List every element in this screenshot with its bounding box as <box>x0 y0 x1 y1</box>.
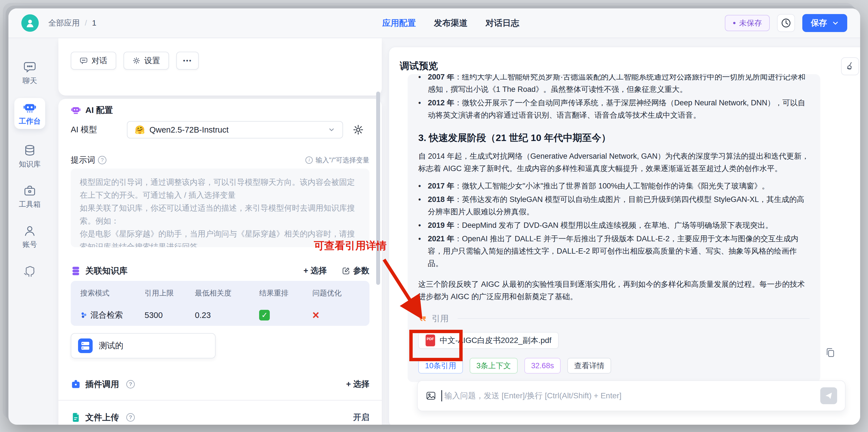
chat-button[interactable]: 对话 <box>71 52 116 70</box>
dataset-title: 关联知识库 <box>85 265 127 277</box>
sidebar-item-label: 知识库 <box>19 159 41 169</box>
top-actions: • 未保存 保存 <box>725 14 847 32</box>
github-link[interactable] <box>23 265 36 278</box>
citation-divider <box>458 318 810 319</box>
history-button[interactable] <box>777 14 795 32</box>
box-icon <box>23 184 36 197</box>
chat-bullet: •2021 年：OpenAI 推出了 DALL-E 并于一年后推出了升级版本 D… <box>418 233 810 270</box>
send-button[interactable] <box>820 387 837 404</box>
badge-green[interactable]: 3条上下文 <box>470 358 518 374</box>
robot-icon <box>23 101 36 114</box>
model-row: AI 模型 🤗 Qwen2.5-72B-Instruct <box>71 121 369 139</box>
prompt-hint-text: 输入"/"可选择变量 <box>315 155 369 165</box>
chat-bullet: •2017 年：微软人工智能少女"小冰"推出了世界首部 100%由人工智能创作的… <box>418 180 810 192</box>
tab-对话日志[interactable]: 对话日志 <box>486 18 519 29</box>
chat-input-placeholder: 输入问题，发送 [Enter]/换行 [Ctrl(Alt/Shift) + En… <box>444 391 622 401</box>
bullet-marker: • <box>418 180 428 192</box>
file-upload-title: 文件上传 <box>85 412 119 423</box>
info-icon: i <box>305 156 313 164</box>
dataset-blue-icon <box>78 339 93 353</box>
prompt-hint: i 输入"/"可选择变量 <box>305 155 369 165</box>
chat-paragraph: 自 2014 年起，生成式对抗网络（Generative Adversarial… <box>418 150 810 175</box>
chat-bullet: •2019 年：DeepMind 发布了 DVD-GAN 模型用以生成连续视频，… <box>418 219 810 231</box>
dataset-column-header: 结果重排 <box>259 288 312 298</box>
dataset-params-label: 参数 <box>353 265 369 277</box>
assistant-message: •2007 年：纽约大学人工智能研究员罗斯·古德温装配的人工智能系统通过对公路旅… <box>408 74 820 382</box>
app-screenshot: 全部应用 / 1 应用配置发布渠道对话日志 • 未保存 保存 <box>0 0 868 432</box>
gear-icon <box>132 57 141 65</box>
breadcrumb-separator: / <box>85 19 87 28</box>
bullet-text: 2007 年：纽约大学人工智能研究员罗斯·古德温装配的人工智能系统通过对公路旅行… <box>428 74 810 95</box>
dataset-header: 关联知识库 + 选择 参数 <box>71 265 369 277</box>
settings-button-label: 设置 <box>144 55 160 66</box>
plugin-title: 插件调用 <box>85 379 119 390</box>
breadcrumb-current: 1 <box>92 19 97 28</box>
chat-bullet-list: •2017 年：微软人工智能少女"小冰"推出了世界首部 100%由人工智能创作的… <box>418 180 810 270</box>
annotation-text: 可查看引用详情 <box>314 239 386 253</box>
save-button[interactable]: 保存 <box>802 14 847 32</box>
chat-bullet: •2018 年：英伟达发布的 StyleGAN 模型可以自动生成图片，目前已升级… <box>418 193 810 218</box>
text-caret <box>441 390 442 401</box>
save-label: 保存 <box>811 18 827 29</box>
section-divider <box>58 400 382 401</box>
model-settings-button[interactable] <box>352 124 364 135</box>
chat-heading: 3. 快速发展阶段（21 世纪 10 年代中期至今） <box>418 131 810 144</box>
cross-icon: × <box>312 309 319 321</box>
tab-应用配置[interactable]: 应用配置 <box>382 18 416 29</box>
unsaved-badge: • 未保存 <box>725 15 770 31</box>
image-upload-icon[interactable] <box>426 391 436 401</box>
copy-button[interactable] <box>825 347 836 358</box>
ai-config-title: AI 配置 <box>85 105 113 116</box>
top-tabs: 应用配置发布渠道对话日志 <box>382 18 519 29</box>
breadcrumb-root[interactable]: 全部应用 <box>48 18 80 28</box>
help-icon[interactable]: ? <box>126 413 135 422</box>
badge-gray[interactable]: 查看详情 <box>567 358 611 374</box>
edit-icon <box>342 266 350 275</box>
help-icon[interactable]: ? <box>98 156 106 164</box>
quote-limit-cell: 5300 <box>145 309 195 321</box>
plugin-select-button[interactable]: + 选择 <box>346 379 369 390</box>
bullet-text: 2012 年：微软公开展示了一个全自动同声传译系统，基于深层神经网络（Deep … <box>428 97 810 121</box>
bullet-marker: • <box>418 74 428 95</box>
chat-bullet: •2012 年：微软公开展示了一个全自动同声传译系统，基于深层神经网络（Deep… <box>418 97 810 121</box>
more-button[interactable]: ••• <box>176 52 199 70</box>
model-select[interactable]: 🤗 Qwen2.5-72B-Instruct <box>127 121 343 139</box>
tab-发布渠道[interactable]: 发布渠道 <box>434 18 468 29</box>
file-upload-header: 文件上传 ? 开启 <box>71 411 369 424</box>
file-upload-status[interactable]: 开启 <box>353 412 369 423</box>
sidebar-item-chat[interactable]: 聊天 <box>23 61 37 86</box>
dataset-params-button[interactable]: 参数 <box>342 265 369 277</box>
help-icon[interactable]: ? <box>126 380 135 388</box>
prompt-textarea[interactable]: 模型固定的引导词，通过调整该内容，可以引导模型聊天方向。该内容会被固定在上下文的… <box>71 169 369 247</box>
bullet-text: 2021 年：OpenAI 推出了 DALL-E 并于一年后推出了升级版本 DA… <box>428 233 810 270</box>
dataset-select-button[interactable]: + 选择 <box>304 265 327 277</box>
clock-icon <box>781 18 792 28</box>
ai-config-header: AI 配置 <box>71 104 369 116</box>
chat-input[interactable]: 输入问题，发送 [Enter]/换行 [Ctrl(Alt/Shift) + En… <box>417 380 845 411</box>
dataset-table-row: 混合检索 5300 0.23 ✓ × <box>80 298 360 321</box>
file-teal-icon <box>71 412 81 423</box>
dataset-column-header: 引用上限 <box>145 288 195 298</box>
clear-chat-button[interactable] <box>841 57 859 75</box>
huggingface-icon: 🤗 <box>135 125 145 135</box>
hybrid-search-icon <box>80 312 88 319</box>
sidebar-item-db[interactable]: 知识库 <box>19 144 41 169</box>
user-icon <box>23 224 36 237</box>
response-badges: 10条引用3条上下文32.68s查看详情 <box>418 358 810 374</box>
sidebar-item-robot[interactable]: 工作台 <box>14 98 45 129</box>
sidebar-item-label: 账号 <box>23 239 37 250</box>
robot-purple-icon <box>71 105 81 115</box>
breadcrumb: 全部应用 / 1 <box>48 18 96 28</box>
app-toolbar-card: 对话 设置 ••• <box>58 38 382 95</box>
badge-purple[interactable]: 32.68s <box>524 358 561 374</box>
settings-button[interactable]: 设置 <box>124 52 169 70</box>
sidebar-item-box[interactable]: 工具箱 <box>19 184 41 209</box>
sidebar-item-label: 工具箱 <box>19 199 41 209</box>
app-window: 全部应用 / 1 应用配置发布渠道对话日志 • 未保存 保存 <box>8 8 860 425</box>
sidebar-item-user[interactable]: 账号 <box>23 224 37 250</box>
unsaved-label: 未保存 <box>739 18 762 28</box>
dataset-item-card[interactable]: 测试的 <box>71 333 216 358</box>
chat-button-label: 对话 <box>92 55 107 66</box>
avatar[interactable] <box>21 14 39 32</box>
prompt-label: 提示词 <box>71 154 95 166</box>
